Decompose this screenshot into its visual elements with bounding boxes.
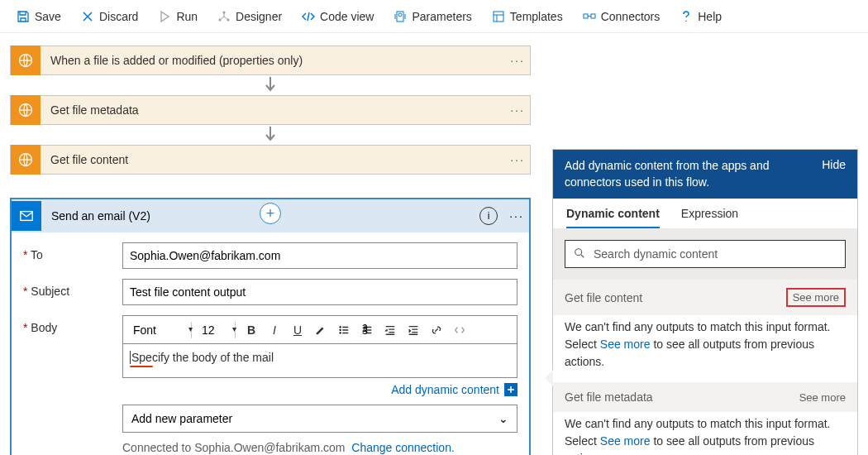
flow-canvas: When a file is added or modified (proper… <box>10 46 531 455</box>
toolbar: Save Discard Run Designer Code view Para… <box>0 0 868 33</box>
sharepoint-icon <box>11 95 41 125</box>
search-placeholder: Search dynamic content <box>594 247 718 261</box>
add-dynamic-content-link[interactable]: Add dynamic content＋ <box>122 383 517 396</box>
sharepoint-icon <box>11 145 41 175</box>
toolbar-label: Designer <box>236 10 282 23</box>
connection-info: Connected to Sophia.Owen@fabrikam.com Ch… <box>122 441 517 454</box>
search-icon <box>574 247 585 261</box>
toolbar-label: Code view <box>320 10 374 23</box>
dynamic-content-panel: Add dynamic content from the apps and co… <box>552 149 858 455</box>
underline-button[interactable]: U <box>287 319 308 341</box>
to-input[interactable]: Sophia.Owen@fabrikam.com <box>122 242 517 269</box>
bullets-button[interactable] <box>333 319 355 341</box>
panel-header: Add dynamic content from the apps and co… <box>553 150 857 199</box>
change-connection-link[interactable]: Change connection. <box>351 441 455 454</box>
tab-dynamic-content[interactable]: Dynamic content <box>566 207 660 228</box>
card-title: Get file content <box>41 153 505 166</box>
panel-tabs: Dynamic content Expression <box>553 199 857 228</box>
run-button[interactable]: Run <box>150 3 206 30</box>
card-title: Get file metadata <box>41 103 505 117</box>
subject-input[interactable]: Test file content output <box>122 279 517 305</box>
svg-rect-6 <box>584 14 588 18</box>
toolbar-label: Save <box>35 10 61 23</box>
run-icon <box>158 10 171 23</box>
svg-point-18 <box>575 248 582 255</box>
card-menu[interactable]: ··· <box>505 103 530 117</box>
help-button[interactable]: Help <box>671 3 730 30</box>
hide-button[interactable]: Hide <box>822 158 846 171</box>
sharepoint-icon <box>11 46 41 75</box>
connector-arrow <box>10 125 531 145</box>
toolbar-label: Help <box>698 10 722 23</box>
connector-arrow <box>10 75 531 95</box>
save-button[interactable]: Save <box>8 3 69 30</box>
svg-rect-7 <box>591 14 595 18</box>
toolbar-label: Templates <box>510 10 563 23</box>
italic-button[interactable]: I <box>264 319 285 341</box>
svg-point-13 <box>339 328 341 330</box>
help-icon <box>680 10 693 23</box>
search-input[interactable]: Search dynamic content <box>565 240 846 268</box>
templates-button[interactable]: Templates <box>484 3 571 30</box>
outdent-button[interactable] <box>379 319 401 341</box>
designer-button[interactable]: Designer <box>209 3 290 30</box>
discard-button[interactable]: Discard <box>73 3 146 30</box>
plus-icon: ＋ <box>504 383 517 396</box>
toolbar-label: Connectors <box>601 10 661 23</box>
see-more-button[interactable]: See more <box>786 288 846 307</box>
chevron-down-icon: ⌄ <box>498 412 508 425</box>
svg-rect-11 <box>21 212 32 221</box>
card-title: When a file is added or modified (proper… <box>41 54 505 67</box>
see-more-link[interactable]: See more <box>600 434 651 448</box>
bold-button[interactable]: B <box>241 319 262 341</box>
panel-pointer <box>545 370 553 386</box>
spellcheck-underline <box>130 366 153 367</box>
svg-point-14 <box>339 332 341 333</box>
fontsize-select[interactable]: 12 <box>197 320 230 340</box>
designer-icon <box>217 10 231 23</box>
section-empty-message: We can't find any outputs to match this … <box>553 412 857 455</box>
section-get-file-content: Get file content See more <box>553 280 857 315</box>
highlight-button[interactable] <box>310 319 331 341</box>
card-menu[interactable]: ··· <box>504 209 529 223</box>
content-card[interactable]: Get file content ··· <box>10 145 531 175</box>
body-label: * Body <box>23 315 122 334</box>
insert-step-button[interactable]: + <box>260 203 281 224</box>
numbering-button[interactable]: 123 <box>356 319 378 341</box>
discard-icon <box>81 10 94 23</box>
save-icon <box>17 10 30 23</box>
code-button[interactable] <box>449 319 470 341</box>
link-button[interactable] <box>426 319 447 341</box>
templates-icon <box>492 10 505 23</box>
trigger-card[interactable]: When a file is added or modified (proper… <box>10 46 531 75</box>
info-icon[interactable]: i <box>479 207 498 225</box>
card-menu[interactable]: ··· <box>505 153 530 166</box>
svg-text:3: 3 <box>362 325 368 336</box>
metadata-card[interactable]: Get file metadata ··· <box>10 95 531 125</box>
svg-point-12 <box>339 326 341 328</box>
toolbar-label: Run <box>176 10 198 23</box>
body-editor[interactable]: Specify the body of the mail <box>122 343 517 378</box>
indent-button[interactable] <box>403 319 424 341</box>
to-label: * To <box>23 242 122 261</box>
see-more-button[interactable]: See more <box>799 391 846 404</box>
font-select[interactable]: Font <box>128 320 186 340</box>
section-get-file-metadata: Get file metadata See more <box>553 382 857 412</box>
connectors-button[interactable]: Connectors <box>575 3 669 30</box>
codeview-button[interactable]: Code view <box>293 3 382 30</box>
parameters-icon <box>393 10 407 23</box>
see-more-link[interactable]: See more <box>600 338 651 351</box>
add-parameter-dropdown[interactable]: Add new parameter⌄ <box>122 405 517 433</box>
tab-expression[interactable]: Expression <box>681 207 738 228</box>
svg-point-4 <box>398 13 402 17</box>
code-icon <box>302 10 315 23</box>
toolbar-label: Discard <box>99 10 138 23</box>
toolbar-label: Parameters <box>412 10 471 23</box>
email-action-card: Send an email (V2) i ··· * To Sophia.Owe… <box>10 198 531 455</box>
svg-rect-5 <box>494 12 503 22</box>
parameters-button[interactable]: Parameters <box>385 3 479 30</box>
card-menu[interactable]: ··· <box>505 54 530 67</box>
editor-toolbar: Font 12 B I U 123 <box>122 315 517 343</box>
section-empty-message: We can't find any outputs to match this … <box>553 315 857 382</box>
outlook-icon <box>12 201 41 231</box>
